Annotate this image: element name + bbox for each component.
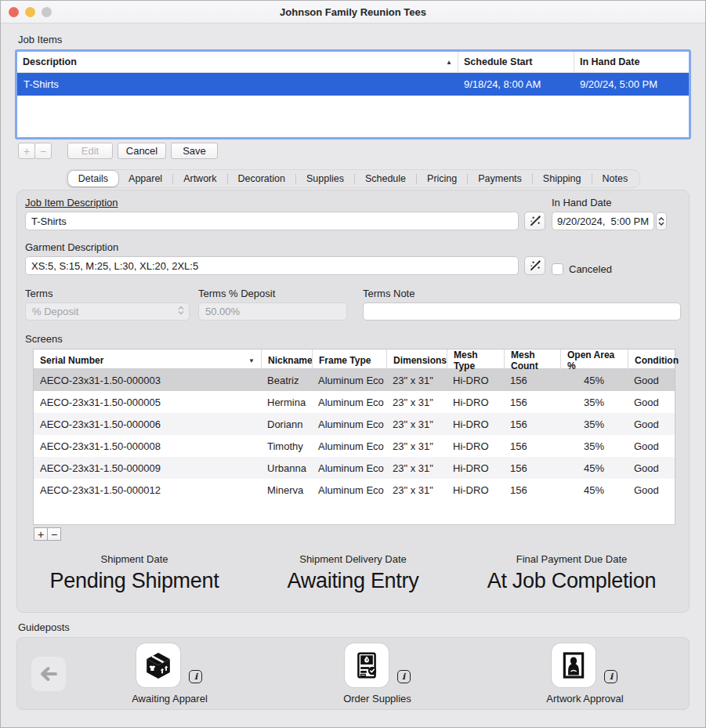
remove-screen-button[interactable]: −	[47, 527, 61, 541]
tab-shipping[interactable]: Shipping	[533, 171, 592, 187]
screen-cell-nickname: Hermina	[261, 391, 312, 413]
job-items-header: Description ▲ Schedule Start In Hand Dat…	[17, 52, 689, 73]
screen-row[interactable]: AECO-23x31-1.50-000009UrbannaAluminum Ec…	[34, 457, 675, 479]
column-header-label: Mesh Type	[454, 350, 498, 371]
tab-notes[interactable]: Notes	[592, 171, 639, 187]
screens-column-header-condition[interactable]: Condition	[628, 350, 676, 371]
window-title: Johnson Family Reunion Tees	[1, 6, 705, 18]
screen-cell-frame: Aluminum Eco	[312, 479, 386, 501]
tab-decoration[interactable]: Decoration	[228, 171, 295, 187]
screen-cell-dimensions: 23" x 31"	[386, 479, 447, 501]
terms-note-input[interactable]	[363, 302, 681, 321]
package-icon[interactable]	[136, 643, 180, 687]
tab-details[interactable]: Details	[68, 171, 118, 187]
guidepost-awaiting-apparel: i Awaiting Apparel	[132, 643, 208, 704]
guideposts-label: Guideposts	[18, 621, 705, 633]
screen-cell-frame: Aluminum Eco	[312, 435, 386, 457]
screens-table[interactable]: Serial Number▼NicknameFrame TypeDimensio…	[33, 349, 675, 525]
sort-ascending-icon: ▲	[446, 59, 452, 66]
column-header-schedule-start[interactable]: Schedule Start	[458, 52, 574, 72]
tab-supplies[interactable]: Supplies	[296, 171, 354, 187]
chevron-up-down-icon	[178, 306, 184, 317]
screens-column-header-nickname[interactable]: Nickname	[261, 350, 312, 371]
info-icon[interactable]: i	[604, 670, 617, 683]
date-stepper[interactable]	[656, 212, 667, 230]
summary-value: Pending Shipment	[25, 569, 244, 593]
screen-cell-mesh-count: 156	[504, 369, 560, 391]
tab-pricing[interactable]: Pricing	[417, 171, 467, 187]
remove-job-item-button[interactable]: −	[34, 143, 52, 159]
screen-row[interactable]: AECO-23x31-1.50-000008TimothyAluminum Ec…	[34, 435, 675, 457]
screen-cell-mesh-count: 156	[504, 435, 560, 457]
screens-column-header-mesh-type[interactable]: Mesh Type	[447, 350, 504, 371]
tab-schedule[interactable]: Schedule	[355, 171, 416, 187]
terms-label: Terms	[25, 288, 190, 299]
screen-cell-open-area: 45%	[560, 457, 628, 479]
screen-cell-open-area: 35%	[560, 391, 628, 413]
screen-cell-serial: AECO-23x31-1.50-000006	[34, 413, 261, 435]
artwork-icon[interactable]	[552, 643, 596, 687]
back-arrow-button[interactable]	[31, 657, 66, 691]
in-hand-date-input[interactable]: 9/20/2024, 5:00 PM	[552, 212, 654, 230]
job-items-toolbar: + − Edit Cancel Save	[18, 143, 705, 159]
tab-payments[interactable]: Payments	[468, 171, 532, 187]
terms-deposit-field: 50.00%	[198, 302, 347, 321]
screen-cell-nickname: Timothy	[261, 435, 312, 457]
info-icon[interactable]: i	[189, 670, 202, 683]
screens-column-header-serial-number[interactable]: Serial Number▼	[34, 350, 261, 371]
column-header-label: Nickname	[268, 355, 313, 366]
screens-column-header-frame-type[interactable]: Frame Type	[312, 350, 386, 371]
autofill-wand-icon[interactable]	[524, 256, 545, 275]
screen-cell-mesh-count: 156	[504, 391, 560, 413]
screen-cell-serial: AECO-23x31-1.50-000008	[34, 435, 261, 457]
canceled-checkbox[interactable]	[552, 263, 563, 275]
summary-label: Final Payment Due Date	[462, 553, 681, 565]
screens-header: Serial Number▼NicknameFrame TypeDimensio…	[34, 350, 675, 369]
screens-toolbar: + −	[34, 527, 681, 541]
job-item-row-selected[interactable]: T-Shirts 9/18/24, 8:00 AM 9/20/24, 5:00 …	[17, 73, 689, 96]
column-header-label: Description	[23, 56, 77, 67]
add-screen-button[interactable]: +	[34, 527, 48, 541]
column-header-in-hand-date[interactable]: In Hand Date	[574, 52, 689, 72]
guidepost-label: Artwork Approval	[546, 693, 623, 704]
column-header-label: Mesh Count	[511, 350, 554, 371]
guidepost-artwork-approval: i Artwork Approval	[546, 643, 623, 704]
cancel-button[interactable]: Cancel	[118, 143, 166, 159]
screen-row[interactable]: AECO-23x31-1.50-000005HerminaAluminum Ec…	[34, 391, 675, 413]
screens-column-header-dimensions[interactable]: Dimensions	[386, 350, 447, 371]
summary-label: Shipment Delivery Date	[244, 553, 462, 565]
screens-body: AECO-23x31-1.50-000003BeatrizAluminum Ec…	[34, 369, 675, 501]
summary-value: Awaiting Entry	[244, 569, 462, 593]
screen-row[interactable]: AECO-23x31-1.50-000003BeatrizAluminum Ec…	[34, 369, 675, 391]
screen-cell-mesh-count: 156	[504, 457, 560, 479]
screen-cell-mesh-type: Hi-DRO	[447, 391, 504, 413]
job-item-description-input[interactable]	[25, 212, 519, 230]
screen-cell-nickname: Minerva	[261, 479, 312, 501]
add-job-item-button[interactable]: +	[18, 143, 35, 159]
screen-cell-mesh-count: 156	[504, 479, 560, 501]
screen-cell-open-area: 35%	[560, 435, 628, 457]
garment-description-input[interactable]	[25, 256, 519, 275]
job-item-description-label[interactable]: Job Item Description	[25, 197, 552, 208]
supplies-icon[interactable]	[345, 643, 389, 687]
terms-select: % Deposit	[25, 302, 190, 321]
screen-cell-serial: AECO-23x31-1.50-000009	[34, 457, 261, 479]
tab-apparel[interactable]: Apparel	[118, 171, 172, 187]
job-items-table[interactable]: Description ▲ Schedule Start In Hand Dat…	[15, 49, 691, 139]
info-icon[interactable]: i	[397, 670, 411, 683]
title-bar: Johnson Family Reunion Tees	[1, 1, 705, 24]
screen-cell-condition: Good	[628, 457, 676, 479]
screen-row[interactable]: AECO-23x31-1.50-000012MinervaAluminum Ec…	[34, 479, 675, 501]
save-button[interactable]: Save	[171, 143, 218, 159]
screen-cell-serial: AECO-23x31-1.50-000003	[34, 369, 261, 391]
screens-column-header-mesh-count[interactable]: Mesh Count	[504, 350, 560, 371]
screen-cell-open-area: 35%	[560, 413, 628, 435]
tab-artwork[interactable]: Artwork	[173, 171, 226, 187]
screen-cell-frame: Aluminum Eco	[312, 369, 386, 391]
details-panel: Job Item Description In Hand Date	[16, 190, 690, 613]
column-header-label: Condition	[635, 355, 679, 366]
screen-row[interactable]: AECO-23x31-1.50-000006DoriannAluminum Ec…	[34, 413, 675, 435]
column-header-description[interactable]: Description ▲	[17, 52, 458, 72]
autofill-wand-icon[interactable]	[524, 212, 545, 230]
screens-column-header-open-area-[interactable]: Open Area %	[560, 350, 628, 371]
